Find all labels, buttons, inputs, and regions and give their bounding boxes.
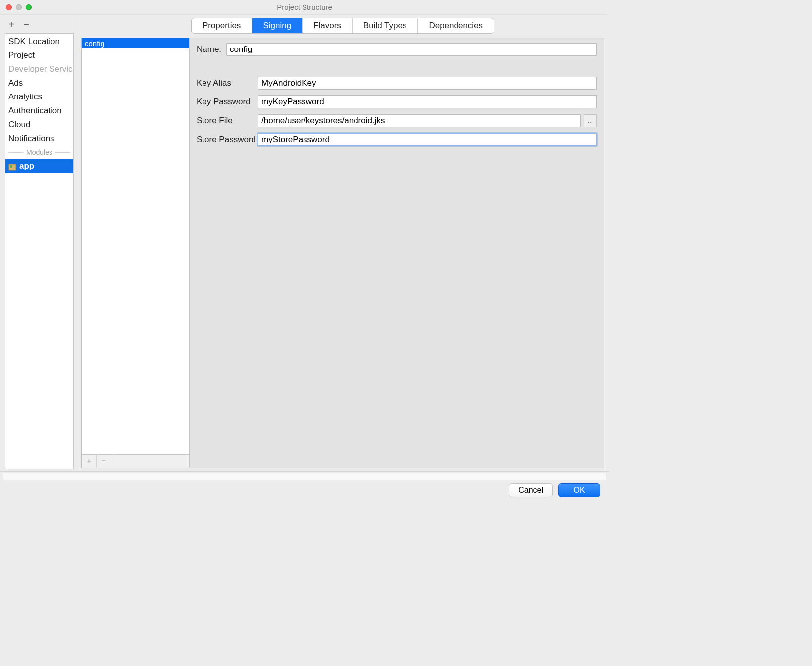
sidebar-item-project[interactable]: Project (5, 48, 73, 62)
window-title: Project Structure (0, 3, 609, 11)
sidebar-item-ads[interactable]: Ads (5, 76, 73, 90)
content-box: config + − Name: Key Alias (81, 38, 604, 468)
form-row-key-alias: Key Alias (197, 77, 597, 90)
footer: Cancel OK (0, 471, 609, 500)
sidebar-section-developer-services: Developer Servic (5, 62, 73, 76)
add-config-icon[interactable]: + (82, 455, 97, 468)
key-password-input[interactable] (258, 95, 597, 108)
main-area: + − SDK Location Project Developer Servi… (0, 15, 609, 471)
config-toolbar: + − (82, 454, 189, 468)
sidebar-item-authentication[interactable]: Authentication (5, 104, 73, 118)
left-column: + − SDK Location Project Developer Servi… (0, 15, 77, 471)
tabs-row: Properties Signing Flavors Build Types D… (81, 18, 604, 38)
form-row-name: Name: (197, 43, 597, 56)
svg-rect-1 (10, 165, 12, 168)
form-column: Name: Key Alias Key Password (190, 38, 604, 468)
browse-button[interactable]: ... (584, 114, 597, 127)
titlebar: Project Structure (0, 0, 609, 15)
key-alias-input[interactable] (258, 77, 597, 90)
key-password-label: Key Password (197, 97, 258, 107)
form-row-store-file: Store File ... (197, 114, 597, 127)
store-password-input[interactable] (258, 133, 597, 146)
name-label: Name: (197, 45, 226, 54)
form-row-key-password: Key Password (197, 95, 597, 108)
add-icon[interactable]: + (7, 19, 16, 30)
sidebar-item-analytics[interactable]: Analytics (5, 90, 73, 104)
ok-button[interactable]: OK (558, 483, 600, 497)
sidebar-toolbar: + − (5, 17, 74, 33)
remove-config-icon[interactable]: − (97, 455, 111, 468)
sidebar-item-label: app (19, 161, 34, 172)
cancel-button[interactable]: Cancel (509, 483, 553, 497)
form-row-store-password: Store Password (197, 133, 597, 146)
tab-dependencies[interactable]: Dependencies (418, 18, 494, 33)
store-password-label: Store Password (197, 135, 258, 144)
sidebar-item-cloud[interactable]: Cloud (5, 118, 73, 132)
key-alias-label: Key Alias (197, 78, 258, 88)
sidebar: SDK Location Project Developer Servic Ad… (5, 33, 74, 469)
sidebar-section-modules: Modules (5, 145, 73, 159)
tab-signing[interactable]: Signing (252, 18, 303, 33)
remove-icon[interactable]: − (22, 19, 31, 30)
config-item[interactable]: config (82, 38, 189, 48)
tabs: Properties Signing Flavors Build Types D… (191, 18, 494, 34)
config-column: config + − (82, 38, 190, 468)
store-file-input[interactable] (258, 114, 581, 127)
name-input[interactable] (226, 43, 597, 56)
tab-flavors[interactable]: Flavors (303, 18, 353, 33)
status-strip (3, 473, 606, 480)
sidebar-item-notifications[interactable]: Notifications (5, 132, 73, 145)
right-column: Properties Signing Flavors Build Types D… (77, 15, 609, 471)
tab-properties[interactable]: Properties (192, 18, 252, 33)
config-list: config (82, 38, 189, 454)
store-file-label: Store File (197, 116, 258, 126)
tab-build-types[interactable]: Build Types (353, 18, 418, 33)
sidebar-item-sdk-location[interactable]: SDK Location (5, 35, 73, 48)
sidebar-item-app[interactable]: app (5, 159, 73, 173)
button-row: Cancel OK (0, 480, 609, 500)
module-icon (8, 163, 16, 170)
